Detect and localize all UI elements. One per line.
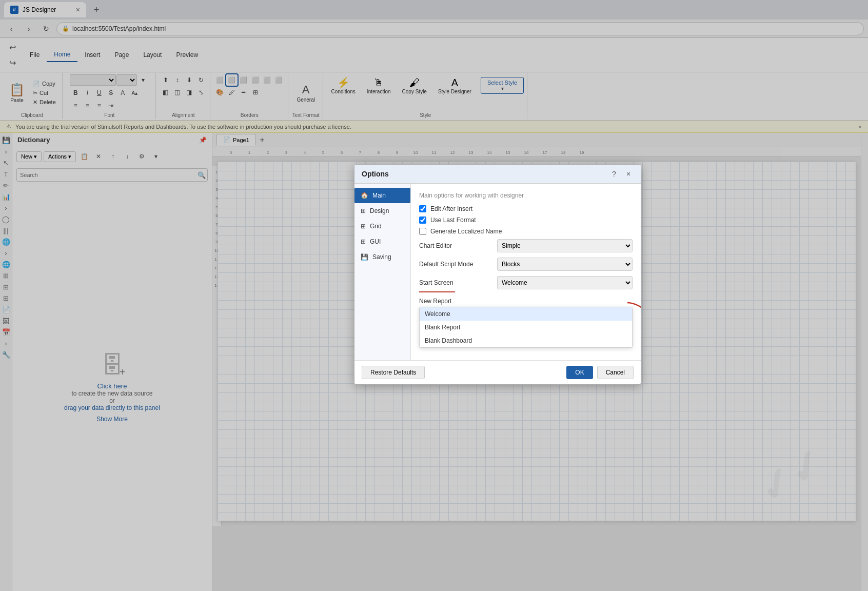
edit-after-insert-row: Edit After Insert: [419, 205, 633, 212]
start-screen-row: Start Screen Welcome Blank Report Blank …: [419, 276, 633, 289]
modal-close-btn[interactable]: ×: [623, 169, 634, 179]
options-modal: Options ? × 🏠 Main ⊞ Design ⊞ Grid: [354, 164, 641, 385]
modal-controls: ? ×: [609, 169, 634, 179]
cancel-button[interactable]: Cancel: [597, 366, 634, 379]
modal-header: Options ? ×: [354, 165, 641, 184]
modal-help-btn[interactable]: ?: [609, 169, 619, 179]
nav-grid-label: Grid: [370, 223, 382, 230]
nav-item-gui[interactable]: ⊞ GUI: [354, 234, 410, 249]
use-last-format-label: Use Last Format: [430, 216, 476, 224]
chart-editor-row: Chart Editor Simple Advanced: [419, 239, 633, 252]
nav-gui-icon: ⊞: [361, 238, 366, 245]
start-screen-label: Start Screen: [419, 279, 491, 286]
start-screen-select[interactable]: Welcome Blank Report Blank Dashboard: [497, 276, 633, 289]
modal-title: Options: [362, 170, 389, 178]
nav-gui-label: GUI: [370, 238, 381, 245]
chart-editor-select[interactable]: Simple Advanced: [497, 239, 633, 252]
nav-design-icon: ⊞: [361, 207, 366, 214]
nav-main-icon: 🏠: [361, 192, 368, 199]
nav-design-label: Design: [370, 207, 389, 214]
edit-after-insert-label: Edit After Insert: [430, 205, 472, 212]
footer-action-btns: OK Cancel: [566, 366, 634, 379]
new-report-row: New Report: [419, 298, 633, 305]
section-title: Main options for working with designer: [419, 192, 633, 199]
chart-editor-label: Chart Editor: [419, 242, 491, 249]
start-screen-underline: [419, 291, 455, 292]
default-script-row: Default Script Mode Blocks JavaScript: [419, 258, 633, 271]
start-screen-dropdown-container: New Report Welcome Blank Report Blank Da…: [419, 298, 633, 348]
dropdown-item-blank-report[interactable]: Blank Report: [420, 321, 632, 334]
generate-localized-checkbox[interactable]: [419, 228, 426, 235]
dropdown-item-blank-dashboard[interactable]: Blank Dashboard: [420, 334, 632, 347]
modal-main-content: Main options for working with designer E…: [411, 184, 641, 360]
default-script-select[interactable]: Blocks JavaScript: [497, 258, 633, 271]
nav-grid-icon: ⊞: [361, 223, 366, 230]
nav-item-design[interactable]: ⊞ Design: [354, 203, 410, 219]
generate-localized-label: Generate Localized Name: [430, 228, 502, 235]
nav-item-grid[interactable]: ⊞ Grid: [354, 219, 410, 234]
modal-body: 🏠 Main ⊞ Design ⊞ Grid ⊞ GUI 💾 Savin: [354, 184, 641, 360]
use-last-format-row: Use Last Format: [419, 216, 633, 224]
edit-after-insert-checkbox[interactable]: [419, 205, 426, 212]
dropdown-item-welcome[interactable]: Welcome: [420, 307, 632, 321]
start-screen-dropdown: Welcome Blank Report Blank Dashboard: [419, 307, 633, 348]
nav-saving-icon: 💾: [361, 253, 368, 261]
ok-button[interactable]: OK: [566, 366, 593, 379]
generate-localized-row: Generate Localized Name: [419, 228, 633, 235]
nav-item-main[interactable]: 🏠 Main: [354, 188, 410, 203]
new-report-label: New Report: [419, 298, 491, 305]
nav-main-label: Main: [372, 192, 386, 199]
default-script-label: Default Script Mode: [419, 261, 491, 268]
modal-nav-sidebar: 🏠 Main ⊞ Design ⊞ Grid ⊞ GUI 💾 Savin: [354, 184, 411, 360]
modal-overlay: Options ? × 🏠 Main ⊞ Design ⊞ Grid: [0, 0, 868, 591]
modal-footer: Restore Defaults OK Cancel: [354, 360, 641, 384]
use-last-format-checkbox[interactable]: [419, 216, 426, 224]
nav-saving-label: Saving: [372, 253, 391, 261]
nav-item-saving[interactable]: 💾 Saving: [354, 249, 410, 265]
restore-defaults-button[interactable]: Restore Defaults: [362, 366, 425, 379]
